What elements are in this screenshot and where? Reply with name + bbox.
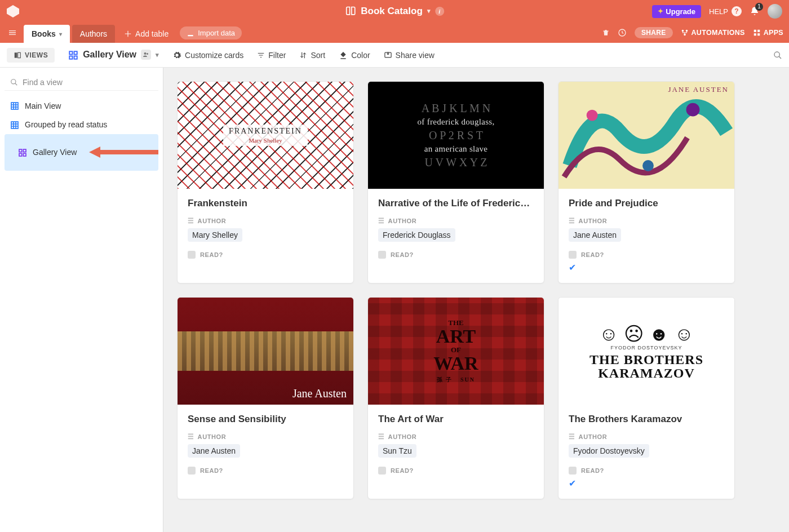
gallery-card[interactable]: and Jane Austen Sense and Sensibility ☰A… xyxy=(177,297,354,499)
sidebar-view-main[interactable]: Main View xyxy=(5,96,158,115)
checkbox-icon xyxy=(569,251,577,259)
card-title: Narrative of the Life of Frederick ... xyxy=(378,198,534,209)
automations-button[interactable]: AUTOMATIONS xyxy=(681,29,745,37)
author-field-label: ☰AUTHOR xyxy=(188,433,343,441)
trash-icon[interactable] xyxy=(602,29,610,37)
gallery-view-icon xyxy=(18,148,27,157)
card-cover: ☺ ☹ ☻ ☺ FYODOR DOSTOYEVSKY THE BROTHERS … xyxy=(558,298,734,405)
views-sidebar: Find a view Main View Grouped by read st… xyxy=(0,68,163,532)
svg-rect-12 xyxy=(69,56,72,59)
import-data-button[interactable]: Import data xyxy=(180,26,242,39)
gallery-card[interactable]: THE ART OF WAR 孫 子 SUN The Art of War ☰A… xyxy=(367,297,544,499)
color-button[interactable]: Color xyxy=(339,51,370,60)
collaborators-icon[interactable] xyxy=(141,50,151,60)
svg-rect-21 xyxy=(19,149,22,152)
svg-rect-8 xyxy=(15,52,17,57)
author-field-label: ☰AUTHOR xyxy=(569,433,724,441)
views-toggle-button[interactable]: VIEWS xyxy=(7,48,55,63)
checkbox-icon xyxy=(569,467,577,475)
svg-rect-4 xyxy=(754,30,756,32)
author-chip[interactable]: Jane Austen xyxy=(188,444,240,458)
base-title-group[interactable]: Book Catalog ▾ i xyxy=(345,6,444,17)
svg-rect-5 xyxy=(757,30,760,32)
tab-authors[interactable]: Authors xyxy=(72,25,115,43)
sidebar-view-grouped[interactable]: Grouped by read status xyxy=(5,115,158,134)
read-field-label: READ? xyxy=(378,467,534,475)
svg-point-15 xyxy=(147,53,148,55)
svg-rect-6 xyxy=(754,33,756,36)
svg-point-27 xyxy=(587,110,598,121)
svg-marker-25 xyxy=(89,147,158,158)
card-title: The Art of War xyxy=(378,414,534,425)
share-view-button[interactable]: Share view xyxy=(384,51,435,60)
author-chip[interactable]: Mary Shelley xyxy=(188,228,242,242)
svg-rect-22 xyxy=(23,149,26,152)
card-title: Pride and Prejudice xyxy=(569,198,724,209)
sparkle-icon: ✦ xyxy=(658,7,663,15)
gallery-card[interactable]: JANE AUSTEN Pride and Prejudice ☰AUTHOR … xyxy=(558,81,735,283)
author-chip[interactable]: Fyodor Dostoyevsky xyxy=(569,444,649,458)
svg-rect-9 xyxy=(18,52,21,57)
author-chip[interactable]: Sun Tzu xyxy=(378,444,416,458)
share-button[interactable]: SHARE xyxy=(635,27,673,38)
read-field-label: READ? xyxy=(188,251,343,259)
upgrade-button[interactable]: ✦ Upgrade xyxy=(652,5,701,18)
history-icon[interactable] xyxy=(618,28,627,37)
book-icon xyxy=(345,6,356,17)
filter-button[interactable]: Filter xyxy=(257,51,286,60)
svg-point-14 xyxy=(144,52,147,55)
svg-rect-10 xyxy=(69,51,72,54)
info-icon[interactable]: i xyxy=(435,7,444,16)
view-toolbar: VIEWS Gallery View ▾ Customize cards Fil… xyxy=(0,43,789,68)
author-chip[interactable]: Frederick Douglass xyxy=(378,228,455,242)
author-field-label: ☰AUTHOR xyxy=(188,217,343,225)
check-icon: ✔ xyxy=(569,262,724,273)
customize-cards-button[interactable]: Customize cards xyxy=(172,51,243,60)
author-chip[interactable]: Jane Austen xyxy=(569,228,621,242)
menu-icon[interactable] xyxy=(6,27,21,43)
card-title: The Brothers Karamazov xyxy=(569,414,724,425)
card-cover: FRANKENSTEIN Mary Shelley xyxy=(178,82,353,189)
svg-rect-7 xyxy=(757,33,760,36)
grid-view-icon xyxy=(10,119,19,129)
tab-books[interactable]: Books ▾ xyxy=(24,25,70,43)
sort-button[interactable]: Sort xyxy=(299,51,325,60)
card-cover: and Jane Austen xyxy=(178,298,353,405)
search-icon[interactable] xyxy=(773,50,782,60)
notification-badge: 1 xyxy=(755,3,763,11)
base-title: Book Catalog xyxy=(361,6,423,17)
notifications-button[interactable]: 1 xyxy=(750,6,760,17)
checkbox-icon xyxy=(188,467,196,475)
card-cover: THE ART OF WAR 孫 子 SUN xyxy=(368,298,544,405)
app-logo[interactable] xyxy=(7,5,19,17)
svg-point-2 xyxy=(685,30,688,32)
gallery-card[interactable]: A B J K L M N of frederick douglass, O P… xyxy=(367,81,544,283)
svg-point-1 xyxy=(681,30,684,32)
table-tabs-bar: Books ▾ Authors Add table Import data SH… xyxy=(0,23,789,43)
find-view-input[interactable]: Find a view xyxy=(5,74,158,91)
card-cover: JANE AUSTEN xyxy=(558,82,734,189)
gallery-card[interactable]: FRANKENSTEIN Mary Shelley Frankenstein ☰… xyxy=(177,81,354,283)
apps-button[interactable]: APPS xyxy=(753,29,783,37)
add-table-button[interactable]: Add table xyxy=(117,25,175,43)
svg-rect-23 xyxy=(19,153,22,156)
chevron-down-icon: ▾ xyxy=(427,7,431,15)
author-field-label: ☰AUTHOR xyxy=(378,217,534,225)
svg-point-3 xyxy=(684,34,686,36)
sidebar-view-gallery[interactable]: Gallery View ▾ xyxy=(5,134,158,171)
annotation-arrow xyxy=(89,145,158,159)
svg-point-28 xyxy=(642,160,654,171)
help-button[interactable]: HELP ? xyxy=(709,6,742,16)
gallery-card[interactable]: ☺ ☹ ☻ ☺ FYODOR DOSTOYEVSKY THE BROTHERS … xyxy=(558,297,735,499)
check-icon: ✔ xyxy=(569,478,724,489)
svg-rect-24 xyxy=(23,153,26,156)
top-header: Book Catalog ▾ i ✦ Upgrade HELP ? 1 xyxy=(0,0,789,23)
user-avatar[interactable] xyxy=(768,4,782,19)
current-view-name[interactable]: Gallery View ▾ xyxy=(68,50,159,60)
author-field-label: ☰AUTHOR xyxy=(569,217,724,225)
help-icon: ? xyxy=(732,6,742,16)
read-field-label: READ? xyxy=(569,251,724,259)
author-field-label: ☰AUTHOR xyxy=(378,433,534,441)
svg-point-17 xyxy=(774,52,779,57)
chevron-down-icon: ▾ xyxy=(59,31,62,37)
